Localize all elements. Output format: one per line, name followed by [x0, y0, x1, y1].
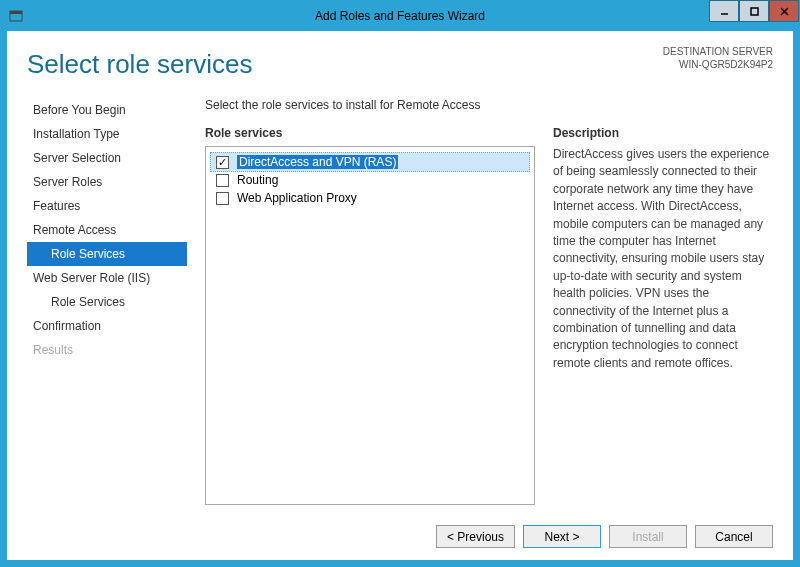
close-button[interactable]	[769, 0, 799, 22]
main-panel: Select the role services to install for …	[205, 98, 773, 505]
destination-server: DESTINATION SERVER WIN-QGR5D2K94P2	[663, 45, 773, 71]
wizard-body: Select role services DESTINATION SERVER …	[1, 31, 799, 566]
page-title: Select role services	[27, 49, 252, 80]
role-service-item[interactable]: Web Application Proxy	[206, 189, 534, 207]
nav-item[interactable]: Server Selection	[27, 146, 187, 170]
app-icon	[7, 7, 25, 25]
checkbox-icon[interactable]	[216, 174, 229, 187]
nav-item[interactable]: Features	[27, 194, 187, 218]
next-button[interactable]: Next >	[523, 525, 601, 548]
role-services-listbox[interactable]: DirectAccess and VPN (RAS)RoutingWeb App…	[205, 146, 535, 505]
role-service-label: Web Application Proxy	[237, 191, 357, 205]
nav-item[interactable]: Before You Begin	[27, 98, 187, 122]
titlebar[interactable]: Add Roles and Features Wizard	[1, 1, 799, 31]
nav-item[interactable]: Remote Access	[27, 218, 187, 242]
footer-buttons: < Previous Next > Install Cancel	[27, 511, 773, 548]
cancel-button[interactable]: Cancel	[695, 525, 773, 548]
destination-label: DESTINATION SERVER	[663, 45, 773, 58]
nav-item[interactable]: Server Roles	[27, 170, 187, 194]
install-button[interactable]: Install	[609, 525, 687, 548]
svg-rect-3	[751, 8, 758, 15]
role-service-label: Routing	[237, 173, 278, 187]
description-text: DirectAccess gives users the experience …	[553, 146, 773, 372]
role-services-heading: Role services	[205, 126, 535, 140]
nav-item[interactable]: Web Server Role (IIS)	[27, 266, 187, 290]
titlebar-buttons	[709, 1, 799, 31]
nav-item[interactable]: Role Services	[27, 242, 187, 266]
body-row: Before You BeginInstallation TypeServer …	[27, 98, 773, 505]
checkbox-icon[interactable]	[216, 192, 229, 205]
minimize-button[interactable]	[709, 0, 739, 22]
columns: Role services DirectAccess and VPN (RAS)…	[205, 126, 773, 505]
wizard-window: Add Roles and Features Wizard Select rol…	[0, 0, 800, 567]
role-service-label: DirectAccess and VPN (RAS)	[237, 155, 398, 169]
nav-item: Results	[27, 338, 187, 362]
nav-item[interactable]: Installation Type	[27, 122, 187, 146]
svg-rect-1	[10, 11, 22, 14]
wizard-nav: Before You BeginInstallation TypeServer …	[27, 98, 187, 505]
role-service-item[interactable]: Routing	[206, 171, 534, 189]
description-heading: Description	[553, 126, 773, 140]
window-title: Add Roles and Features Wizard	[315, 9, 485, 23]
description-column: Description DirectAccess gives users the…	[553, 126, 773, 505]
maximize-button[interactable]	[739, 0, 769, 22]
instruction-text: Select the role services to install for …	[205, 98, 773, 112]
checkbox-icon[interactable]	[216, 156, 229, 169]
previous-button[interactable]: < Previous	[436, 525, 515, 548]
nav-item[interactable]: Role Services	[27, 290, 187, 314]
destination-value: WIN-QGR5D2K94P2	[663, 58, 773, 71]
header-row: Select role services DESTINATION SERVER …	[27, 43, 773, 80]
nav-item[interactable]: Confirmation	[27, 314, 187, 338]
role-service-item[interactable]: DirectAccess and VPN (RAS)	[210, 152, 530, 172]
role-services-column: Role services DirectAccess and VPN (RAS)…	[205, 126, 535, 505]
